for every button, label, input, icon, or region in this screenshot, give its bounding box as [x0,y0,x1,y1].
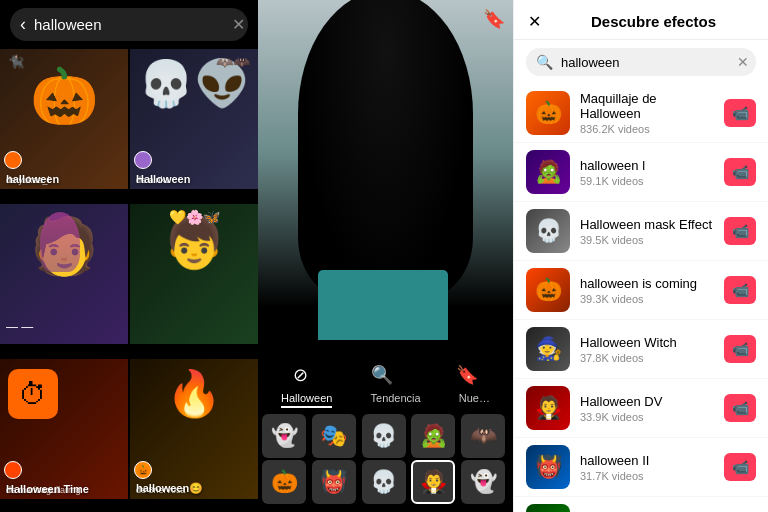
effect-count-7: 31.7K videos [580,470,714,482]
grid-item-5[interactable]: ⏱ Halloween Time de marioaguilarmg [0,359,128,499]
effect-row-3[interactable]: 💀 Halloween mask Effect 39.5K videos 📹 [514,202,768,261]
effect-action-6[interactable]: 📹 [724,394,756,422]
effect-info-5: Halloween Witch 37.8K videos [580,335,714,364]
effect-name-2: halloween l [580,158,714,173]
bookmark-icon[interactable]: 🔖 [483,8,505,30]
camera-icon-1: 📹 [732,105,749,121]
effect-cell-9[interactable]: 🧛 [411,460,455,504]
effect-row-6[interactable]: 🧛 Halloween DV 33.9K videos 📹 [514,379,768,438]
video-grid: 🎃 🐈‍⬛ halloween de yukaa_l 💀👽 🦇🦇 Hallowe… [0,49,258,512]
effect-cell-2[interactable]: 🎭 [312,414,356,458]
tab-halloween[interactable]: Halloween [281,392,332,408]
dark-hair [298,0,473,300]
camera-icon-6: 📹 [732,400,749,416]
effect-row-5[interactable]: 🧙 Halloween Witch 37.8K videos 📹 [514,320,768,379]
middle-top-bar: 🔖 [258,0,513,38]
effect-thumb-8: 🦇 [526,504,570,512]
grid-item-3[interactable]: 🧑 — — [0,204,128,344]
effect-count-5: 37.8K videos [580,352,714,364]
effect-info-3: Halloween mask Effect 39.5K videos [580,217,714,246]
left-panel: ‹ ✕ 🎃 🐈‍⬛ halloween de yukaa_l 💀👽 🦇🦇 Hal… [0,0,258,512]
eyelash-icon: — — [6,320,33,334]
effect-info-6: Halloween DV 33.9K videos [580,394,714,423]
right-panel: ✕ Descubre efectos 🔍 ✕ 🎃 Maquillaje de H… [513,0,768,512]
right-clear-button[interactable]: ✕ [737,54,749,70]
effect-cell-4[interactable]: 🧟 [411,414,455,458]
search-input[interactable] [34,16,224,33]
person-figure [258,0,513,340]
block-icon[interactable]: ⊘ [293,364,308,386]
effect-action-4[interactable]: 📹 [724,276,756,304]
pink-hair-overlay [40,212,80,272]
tab-tendencia[interactable]: Tendencia [371,392,421,408]
camera-icon-3: 📹 [732,223,749,239]
grid-sublabel-1: de yukaa_l [6,175,50,185]
effects-list: 🎃 Maquillaje de Halloween 836.2K videos … [514,84,768,512]
camera-icon-2: 📹 [732,164,749,180]
avatar-badge-1 [4,151,22,169]
effect-cell-10[interactable]: 👻 [461,460,505,504]
effect-name-7: halloween II [580,453,714,468]
effect-info-2: halloween l 59.1K videos [580,158,714,187]
grid-sublabel-5: de marioaguilarmg [6,485,81,495]
tab-nue[interactable]: Nue… [459,392,490,408]
effect-name-4: halloween is coming [580,276,714,291]
effect-count-2: 59.1K videos [580,175,714,187]
effect-grid: 👻 🎭 💀 🧟 🦇 🎃 👹 💀 🧛 👻 [262,414,509,504]
grid-item-1[interactable]: 🎃 🐈‍⬛ halloween de yukaa_l [0,49,128,189]
effect-name-3: Halloween mask Effect [580,217,714,232]
middle-bottom-bar: ⊘ 🔍 🔖 Halloween Tendencia Nue… 👻 🎭 💀 🧟 🦇… [258,356,513,512]
avatar-badge-5 [4,461,22,479]
effect-cell-5[interactable]: 🦇 [461,414,505,458]
effect-cell-6[interactable]: 🎃 [262,460,306,504]
effect-cell-3[interactable]: 💀 [362,414,406,458]
effect-cell-1[interactable]: 👻 [262,414,306,458]
effect-count-4: 39.3K videos [580,293,714,305]
effect-thumb-1: 🎃 [526,91,570,135]
back-button[interactable]: ‹ [20,14,26,35]
right-search-bar: 🔍 ✕ [526,48,756,76]
effect-action-2[interactable]: 📹 [724,158,756,186]
black-cat-icon: 🐈‍⬛ [8,54,24,69]
grid-sublabel-2: de alnk1 [136,175,170,185]
grid-item-4[interactable]: 👦 💛🌸🦋 [130,204,258,344]
effect-info-4: halloween is coming 39.3K videos [580,276,714,305]
search-icon[interactable]: 🔍 [371,364,393,386]
effect-action-7[interactable]: 📹 [724,453,756,481]
right-header: ✕ Descubre efectos [514,0,768,40]
effect-action-1[interactable]: 📹 [724,99,756,127]
effect-thumb-5: 🧙 [526,327,570,371]
effect-count-3: 39.5K videos [580,234,714,246]
grid-sublabel-6: de 8nervosa [136,485,186,495]
avatar-badge-6: 🎃 [134,461,152,479]
effect-cell-7[interactable]: 👹 [312,460,356,504]
effect-thumb-2: 🧟 [526,150,570,194]
clear-search-button[interactable]: ✕ [232,15,245,34]
search-bar: ‹ ✕ [10,8,248,41]
effect-thumb-3: 💀 [526,209,570,253]
camera-icon-7: 📹 [732,459,749,475]
effect-cell-8[interactable]: 💀 [362,460,406,504]
effect-action-5[interactable]: 📹 [724,335,756,363]
effect-thumb-6: 🧛 [526,386,570,430]
effect-info-7: halloween II 31.7K videos [580,453,714,482]
right-search-input[interactable] [561,55,729,70]
teal-shirt [318,270,448,340]
grid-item-6[interactable]: 🔥 🎃 halloween😊 de 8nervosa [130,359,258,499]
effect-row-7[interactable]: 👹 halloween II 31.7K videos 📹 [514,438,768,497]
avatar-badge-2 [134,151,152,169]
emoji-crown: 💛🌸🦋 [169,209,220,225]
effect-row-8[interactable]: 🦇 halloween iv 28.2K videos 📹 [514,497,768,512]
grid-item-2[interactable]: 💀👽 🦇🦇 Halloween de alnk1 [130,49,258,189]
save-icon[interactable]: 🔖 [456,364,478,386]
right-search-icon: 🔍 [536,54,553,70]
effect-row-4[interactable]: 🎃 halloween is coming 39.3K videos 📹 [514,261,768,320]
effect-row-1[interactable]: 🎃 Maquillaje de Halloween 836.2K videos … [514,84,768,143]
effect-info-1: Maquillaje de Halloween 836.2K videos [580,91,714,135]
close-button[interactable]: ✕ [528,12,541,31]
camera-icon-4: 📹 [732,282,749,298]
right-panel-title: Descubre efectos [553,13,754,30]
effect-row-2[interactable]: 🧟 halloween l 59.1K videos 📹 [514,143,768,202]
effect-action-3[interactable]: 📹 [724,217,756,245]
effect-name-1: Maquillaje de Halloween [580,91,714,121]
